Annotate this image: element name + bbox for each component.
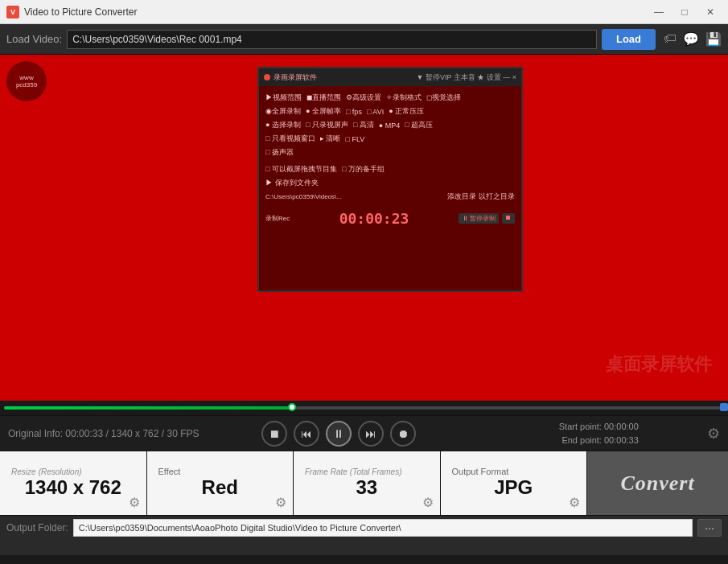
- bottom-section: Resize (Resolution) 1340 x 762 ⚙ Effect …: [0, 451, 728, 555]
- minimize-button[interactable]: —: [648, 4, 670, 20]
- progress-track[interactable]: [4, 406, 724, 410]
- effect-label: Effect: [154, 467, 181, 476]
- progress-fill: [4, 406, 292, 410]
- title-bar-left: V Video to Picture Converter: [6, 6, 138, 19]
- settings-icon[interactable]: ⚙: [707, 425, 720, 443]
- inner-recorder-frame: 录画录屏软件 ▼ 暂停VIP 主本音 ★ 设置 — × ▶视频范围 ◼直播范围 …: [257, 67, 523, 292]
- framerate-value: 33: [356, 476, 377, 500]
- original-info: Original Info: 00:00:33 / 1340 x 762 / 3…: [8, 428, 199, 439]
- effect-settings-icon[interactable]: ⚙: [275, 495, 286, 510]
- resize-value: 1340 x 762: [25, 476, 121, 500]
- resize-settings-icon[interactable]: ⚙: [129, 495, 140, 510]
- title-bar: V Video to Picture Converter — □ ✕: [0, 0, 728, 24]
- resize-label: Resize (Resolution): [6, 467, 82, 476]
- controls-bar: Original Info: 00:00:33 / 1340 x 762 / 3…: [0, 415, 728, 451]
- app-icon: V: [6, 6, 19, 19]
- prev-button[interactable]: ⏮: [294, 421, 319, 447]
- framerate-panel: Frame Rate (Total Frames) 33 ⚙: [294, 451, 441, 515]
- output-path-display: C:\Users\pc0359\Documents\AoaoPhoto Digi…: [73, 519, 693, 537]
- progress-handle[interactable]: [288, 403, 296, 411]
- end-point: End point: 00:00:33: [478, 434, 639, 447]
- stop-button[interactable]: ⏹: [261, 421, 287, 447]
- load-video-label: Load Video:: [6, 33, 62, 45]
- corner-logo: wwwpcd359: [6, 61, 47, 101]
- outputformat-value: JPG: [494, 476, 533, 500]
- next-button[interactable]: ⏭: [358, 421, 384, 447]
- window-controls: — □ ✕: [648, 4, 722, 20]
- record-button[interactable]: ⏺: [390, 421, 416, 447]
- output-bar: Output Folder: C:\Users\pc0359\Documents…: [0, 515, 728, 539]
- effect-panel: Effect Red ⚙: [147, 451, 294, 515]
- app-title: Video to Picture Converter: [24, 6, 138, 18]
- load-button[interactable]: Load: [602, 29, 656, 50]
- playback-controls: ⏹ ⏮ ⏸ ⏭ ⏺: [261, 421, 416, 447]
- panels-row: Resize (Resolution) 1340 x 762 ⚙ Effect …: [0, 451, 728, 515]
- maximize-button[interactable]: □: [673, 4, 696, 20]
- save-icon[interactable]: 💾: [705, 31, 722, 47]
- outputformat-label: Output Format: [447, 467, 509, 476]
- close-button[interactable]: ✕: [699, 4, 722, 20]
- resize-panel: Resize (Resolution) 1340 x 762 ⚙: [0, 451, 147, 515]
- output-browse-button[interactable]: ···: [697, 519, 722, 537]
- framerate-label: Frame Rate (Total Frames): [300, 467, 402, 476]
- outputformat-settings-icon[interactable]: ⚙: [569, 495, 580, 510]
- start-point: Start point: 00:00:00: [478, 420, 639, 434]
- progress-bar-wrap[interactable]: [0, 401, 728, 415]
- right-info: Start point: 00:00:00 End point: 00:00:3…: [478, 420, 639, 447]
- output-folder-label: Output Folder:: [6, 522, 68, 533]
- tag-icon[interactable]: 🏷: [664, 31, 677, 47]
- pause-button[interactable]: ⏸: [326, 421, 352, 447]
- effect-value: Red: [202, 476, 238, 500]
- inner-titlebar: 录画录屏软件 ▼ 暂停VIP 主本音 ★ 设置 — ×: [259, 68, 521, 86]
- video-path-display: C:\Users\pc0359\Videos\Rec 0001.mp4: [67, 30, 597, 49]
- inner-frame-body: ▶视频范围 ◼直播范围 ⚙高级设置 ✧录制格式 ◻视觉选择 ◉全屏录制 ● 全屏…: [259, 86, 521, 290]
- top-bar: Load Video: C:\Users\pc0359\Videos\Rec 0…: [0, 24, 728, 55]
- outputformat-panel: Output Format JPG ⚙: [441, 451, 588, 515]
- progress-end-handle[interactable]: [720, 403, 728, 411]
- convert-panel[interactable]: Convert: [587, 451, 728, 515]
- framerate-settings-icon[interactable]: ⚙: [422, 495, 434, 510]
- chat-icon[interactable]: 💬: [683, 31, 699, 47]
- watermark: 桌面录屏软件: [606, 352, 712, 377]
- top-bar-icons: 🏷 💬 💾: [664, 31, 722, 47]
- video-display-area: wwwpcd359 录画录屏软件 ▼ 暂停VIP 主本音 ★ 设置 — × ▶视…: [0, 55, 728, 401]
- convert-button[interactable]: Convert: [620, 471, 694, 496]
- inner-close-dot: [264, 74, 270, 80]
